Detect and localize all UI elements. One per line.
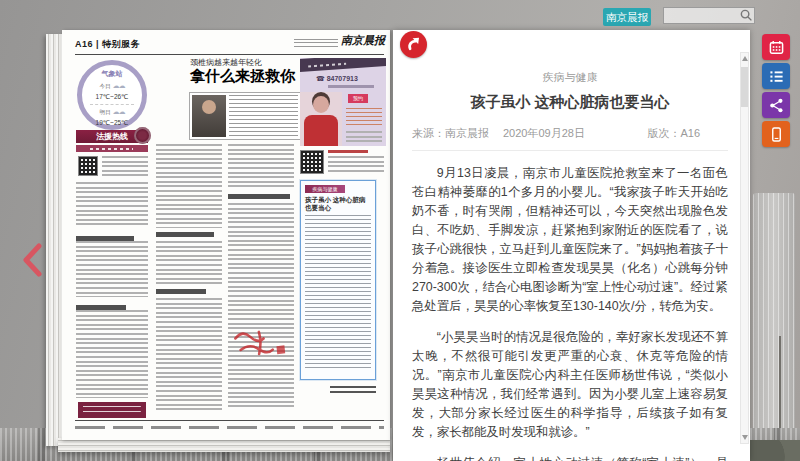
- article-content: 疾病与健康 孩子虽小 这种心脏病也要当心 来源：南京晨报2020年09月28日 …: [412, 70, 728, 461]
- background-tower-antenna: [779, 336, 781, 440]
- doctor-photo: [192, 95, 226, 137]
- search-input[interactable]: [664, 10, 739, 21]
- newspaper-page: A16 | 特别服务 南京晨报 气象站 今日 ☁☁ 17℃~26℃ 明日 ☁☁ …: [62, 30, 390, 440]
- weather-widget: 气象站 今日 ☁☁ 17℃~26℃ 明日 ☁☁ 19℃~25℃: [77, 60, 147, 130]
- ad-phone-number: ☎ 84707913: [316, 75, 358, 83]
- cloud-icon: ☁☁: [113, 82, 125, 90]
- weather-title: 气象站: [82, 69, 142, 79]
- scrollbar-down-arrow[interactable]: [742, 435, 748, 440]
- page-stack-left-edge: [46, 34, 62, 446]
- text-lines-placeholder: [228, 144, 294, 190]
- text-lines-placeholder: [156, 144, 222, 228]
- calendar-button[interactable]: [762, 34, 790, 60]
- subhead-placeholder: [228, 194, 290, 199]
- share-icon: [769, 98, 784, 113]
- article-paragraph: 杨世伟介绍，室上性心动过速（简称“室上速”），是一种: [412, 454, 728, 461]
- masthead-dateline-placeholder: [294, 39, 338, 47]
- cloud-icon: ☁☁: [113, 108, 125, 116]
- previous-page-arrow[interactable]: [20, 242, 44, 278]
- reader-scrollbar[interactable]: [740, 52, 749, 444]
- weather-day-label: 明日: [100, 109, 111, 116]
- subhead-placeholder: [156, 289, 206, 294]
- footer-rule: [75, 420, 384, 421]
- text-lines-placeholder: [305, 215, 371, 371]
- article-reader-panel: 疾病与健康 孩子虽小 这种心脏病也要当心 来源：南京晨报2020年09月28日 …: [393, 30, 750, 461]
- text-lines-placeholder: [156, 241, 222, 285]
- article-meta: 来源：南京晨报2020年09月28日 版次：A16: [412, 126, 728, 151]
- article-title: 孩子虽小 这种心脏病也要当心: [412, 93, 728, 112]
- law-hotline-subbar: [76, 145, 148, 152]
- text-lines-placeholder: [228, 203, 294, 407]
- highlighted-article-box[interactable]: 疾病与健康 孩子虽小 这种心脏病也要当心: [300, 180, 376, 380]
- article-paragraph: “小昊昊当时的情况是很危险的，幸好家长发现还不算太晚，不然很可能引发更严重的心衰…: [412, 328, 728, 442]
- text-line-placeholder: [328, 150, 368, 153]
- scrollbar-up-arrow[interactable]: [742, 56, 748, 61]
- calendar-icon: [769, 40, 784, 55]
- share-button[interactable]: [762, 92, 790, 118]
- list-icon: [769, 69, 784, 84]
- author-credit-placeholder: [330, 386, 376, 395]
- article-edition: 版次：A16: [647, 126, 700, 141]
- article-category: 疾病与健康: [412, 70, 728, 85]
- background-trees: [742, 440, 800, 461]
- qr-code: [78, 156, 98, 176]
- text-lines-placeholder: [229, 95, 298, 137]
- search-box[interactable]: [663, 7, 755, 24]
- app-background: 南京晨报 A16 | 特别服务 南京晨报 气象站 今日 ☁☁ 17℃~26℃ 明…: [0, 0, 800, 461]
- weather-divider: [90, 104, 134, 105]
- ad-ribbon: [300, 58, 386, 72]
- lead-article-box: [189, 92, 301, 140]
- ad-phone-subline: [328, 85, 374, 88]
- ad-person-photo: [300, 92, 342, 146]
- weather-temp: 19℃~25℃: [96, 119, 129, 127]
- text-lines-placeholder: [328, 156, 384, 174]
- catalog-list-button[interactable]: [762, 63, 790, 89]
- back-arrow-icon: [405, 36, 422, 53]
- article-column: [228, 144, 294, 407]
- search-icon[interactable]: [739, 8, 754, 23]
- phone-icon: [769, 127, 784, 142]
- text-lines-placeholder: [76, 241, 148, 297]
- text-lines-placeholder: [102, 156, 148, 176]
- left-column-footer-box: [78, 402, 146, 418]
- back-button[interactable]: [400, 31, 427, 58]
- article-body: 9月13日凌晨，南京市儿童医院抢救室来了一名面色苍白精神萎靡的1个多月的小婴儿。…: [412, 164, 728, 461]
- highlight-title: 孩子虽小 这种心脏病也要当心: [305, 196, 371, 212]
- mobile-button[interactable]: [762, 121, 790, 147]
- scrollbar-thumb[interactable]: [741, 67, 748, 107]
- article-column: [156, 144, 222, 410]
- background-tower: [753, 193, 795, 440]
- ad-tag: 预约: [348, 94, 368, 103]
- qr-code: [300, 150, 324, 174]
- text-lines-placeholder: [156, 298, 222, 410]
- law-hotline-banner: 法援热线: [76, 130, 148, 143]
- text-lines-placeholder: [76, 182, 148, 228]
- text-lines-placeholder: [346, 108, 382, 128]
- page-label: A16 | 特别服务: [75, 38, 140, 51]
- article-paragraph: 9月13日凌晨，南京市儿童医院抢救室来了一名面色苍白精神萎靡的1个多月的小婴儿。…: [412, 164, 728, 316]
- text-lines-placeholder: [76, 310, 148, 398]
- sidebar-ad: ☎ 84707913 预约: [300, 58, 386, 146]
- text-lines-placeholder: [346, 131, 382, 143]
- header-rule: [75, 54, 384, 55]
- calligraphy-stamp: [228, 323, 289, 363]
- highlight-category-tag: 疾病与健康: [305, 185, 345, 193]
- weather-day-label: 今日: [100, 83, 111, 90]
- newspaper-logo: 南京晨报: [341, 33, 385, 48]
- weather-temp: 17℃~26℃: [96, 93, 129, 101]
- article-source: 来源：南京晨报2020年09月28日: [412, 126, 585, 141]
- subhead-placeholder: [156, 232, 214, 237]
- brand-button[interactable]: 南京晨报: [603, 8, 651, 26]
- page-stack-bottom-edge: [58, 438, 390, 452]
- side-toolbar: [762, 34, 790, 147]
- footer-contacts-placeholder: [75, 426, 384, 429]
